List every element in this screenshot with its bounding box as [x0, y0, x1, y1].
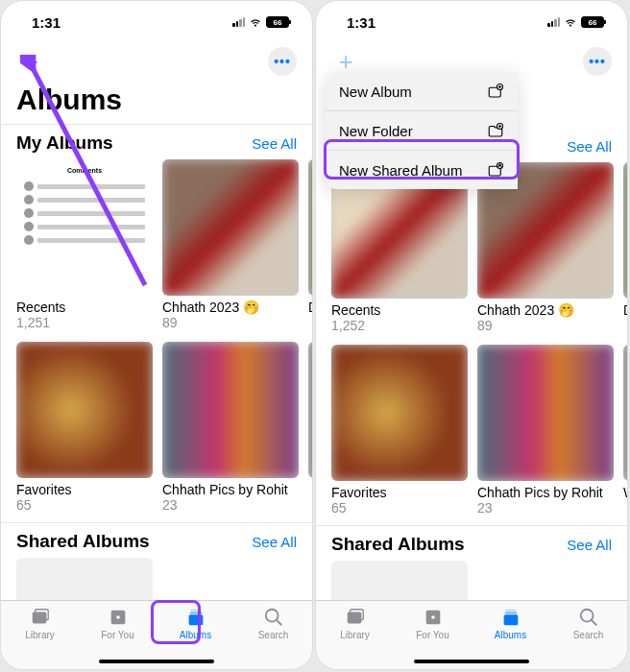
library-icon — [343, 607, 368, 628]
menu-label: New Folder — [339, 123, 413, 139]
signal-icon — [547, 17, 560, 27]
album-title: W — [623, 485, 627, 500]
menu-label: New Shared Album — [339, 162, 462, 179]
album-thumbnail — [331, 345, 468, 481]
albums-row-2: Favorites 65 Chhath Pics by Rohit 23 W — [316, 345, 627, 516]
search-icon — [576, 607, 601, 628]
tab-label: Albums — [180, 630, 211, 640]
album-item[interactable]: W — [623, 345, 627, 516]
album-count: 1,251 — [16, 315, 153, 330]
album-item[interactable]: Favorites 65 — [331, 345, 468, 516]
svg-line-24 — [591, 620, 596, 626]
album-thumbnail — [162, 159, 299, 296]
albums-row-1: Comments Recents 1,251 Chhath 2023 🤭 89 … — [1, 159, 312, 330]
album-item[interactable]: D — [623, 162, 627, 333]
album-count: 89 — [477, 318, 614, 333]
album-count: 65 — [16, 497, 153, 513]
album-thumbnail: Comments — [16, 159, 153, 296]
tab-search[interactable]: Search — [549, 607, 627, 640]
tab-foryou[interactable]: For You — [79, 607, 157, 640]
album-count: 65 — [331, 500, 468, 516]
more-button[interactable]: ••• — [268, 47, 297, 76]
context-menu: New Album New Folder New Shared Album — [326, 72, 518, 189]
album-thumbnail — [162, 342, 299, 478]
album-title: D — [308, 300, 312, 315]
album-title: Recents — [16, 300, 153, 315]
album-item[interactable]: D — [308, 159, 312, 330]
album-count: 89 — [162, 315, 299, 330]
svg-line-8 — [276, 620, 281, 626]
section-title: Shared Albums — [331, 534, 465, 555]
album-title: Chhath Pics by Rohit — [477, 485, 614, 500]
status-right: 66 — [547, 15, 604, 29]
section-shared: Shared Albums See All — [316, 525, 627, 561]
foryou-icon — [421, 607, 446, 628]
tab-label: For You — [101, 630, 133, 640]
status-bar: 1:31 66 — [1, 1, 312, 43]
album-item[interactable]: Favorites 65 — [16, 342, 153, 513]
tab-library[interactable]: Library — [316, 607, 394, 640]
screen-right: 1:31 66 + ••• New Album New Folder New S… — [315, 0, 628, 670]
album-title: D — [623, 302, 627, 318]
svg-rect-22 — [505, 610, 516, 612]
album-count: 23 — [162, 497, 299, 513]
albums-icon — [498, 607, 523, 628]
tab-label: Search — [258, 630, 289, 640]
album-thumbnail — [308, 342, 312, 478]
library-icon — [28, 607, 53, 628]
tab-label: Search — [573, 630, 604, 640]
svg-rect-5 — [189, 612, 202, 614]
status-time: 1:31 — [32, 14, 61, 31]
album-item[interactable] — [308, 342, 312, 513]
svg-point-7 — [265, 610, 278, 622]
album-thumbnail — [623, 345, 627, 481]
albums-row-2: Favorites 65 Chhath Pics by Rohit 23 — [1, 342, 312, 513]
tab-label: For You — [416, 630, 448, 640]
tab-library[interactable]: Library — [1, 607, 79, 640]
album-item[interactable]: Chhath 2023 🤭 89 — [162, 159, 299, 330]
rect-person-icon — [487, 161, 504, 179]
album-item[interactable]: Chhath Pics by Rohit 23 — [477, 345, 614, 516]
svg-rect-20 — [503, 614, 518, 625]
tab-search[interactable]: Search — [234, 607, 312, 640]
section-shared: Shared Albums See All — [1, 522, 312, 558]
status-bar: 1:31 66 — [316, 1, 627, 43]
tab-albums[interactable]: Albums — [472, 607, 549, 640]
see-all-link[interactable]: See All — [567, 138, 612, 155]
home-indicator[interactable] — [414, 660, 529, 663]
search-icon — [261, 607, 286, 628]
more-button[interactable]: ••• — [583, 47, 612, 76]
foryou-icon — [106, 607, 131, 628]
wifi-icon — [249, 15, 262, 29]
add-button[interactable]: + — [16, 47, 45, 76]
rect-plus-icon — [487, 83, 504, 100]
tab-label: Library — [340, 630, 370, 640]
album-item[interactable]: Comments Recents 1,251 — [16, 159, 153, 330]
tab-albums[interactable]: Albums — [157, 607, 234, 640]
svg-point-19 — [431, 615, 435, 619]
wifi-icon — [564, 15, 577, 29]
album-title: Chhath Pics by Rohit — [162, 482, 299, 497]
svg-point-3 — [116, 615, 120, 619]
tab-foryou[interactable]: For You — [394, 607, 472, 640]
section-title: My Albums — [16, 132, 113, 154]
see-all-link[interactable]: See All — [567, 537, 612, 553]
album-title: Chhath 2023 🤭 — [477, 302, 614, 318]
battery-icon: 66 — [581, 16, 604, 28]
album-thumbnail — [16, 342, 153, 478]
menu-new-album[interactable]: New Album — [326, 72, 518, 111]
home-indicator[interactable] — [99, 660, 214, 663]
folder-plus-icon — [487, 122, 504, 139]
see-all-link[interactable]: See All — [252, 534, 297, 550]
menu-new-folder[interactable]: New Folder — [326, 111, 518, 151]
menu-new-shared-album[interactable]: New Shared Album — [326, 151, 518, 189]
album-thumbnail — [308, 159, 312, 296]
album-item[interactable]: Chhath Pics by Rohit 23 — [162, 342, 299, 513]
toolbar: + ••• — [1, 43, 312, 84]
signal-icon — [232, 17, 245, 27]
svg-point-23 — [580, 610, 593, 622]
menu-label: New Album — [339, 84, 412, 100]
tab-label: Library — [25, 630, 55, 640]
see-all-link[interactable]: See All — [252, 135, 297, 152]
shared-album-item[interactable] — [16, 558, 153, 606]
